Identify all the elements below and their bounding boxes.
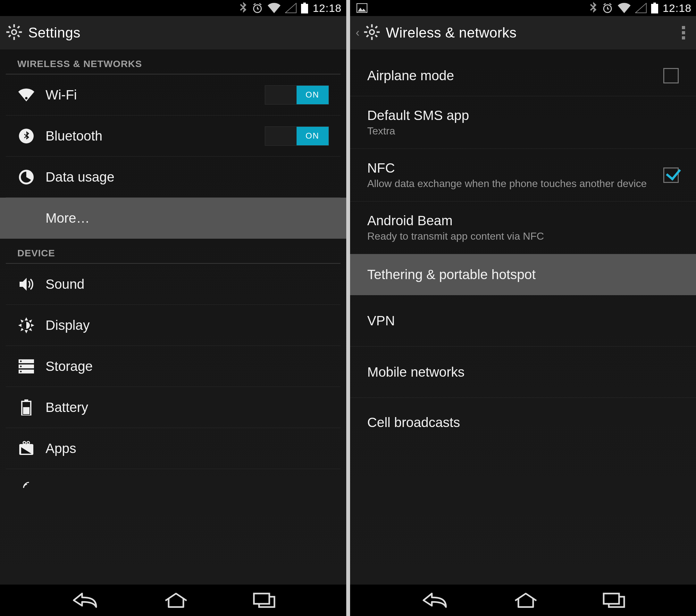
svg-marker-18 (18, 324, 21, 327)
partial-row (6, 469, 341, 494)
svg-point-3 (12, 30, 17, 35)
status-bar: 12:18 (0, 0, 346, 16)
recent-nav-button[interactable] (253, 592, 276, 608)
svg-point-28 (20, 366, 22, 367)
display-label: Display (46, 318, 90, 333)
page-title: Wireless & networks (386, 25, 517, 41)
svg-rect-8 (8, 26, 11, 29)
svg-rect-49 (366, 35, 369, 37)
unknown-icon (17, 476, 35, 494)
svg-marker-21 (29, 320, 32, 323)
storage-label: Storage (46, 359, 93, 374)
battery-label: Battery (46, 400, 88, 415)
nfc-row[interactable]: NFC Allow data exchange when the phone t… (350, 149, 696, 201)
back-nav-button[interactable] (420, 591, 449, 609)
bluetooth-icon (17, 127, 35, 145)
data-usage-label: Data usage (46, 169, 114, 185)
overflow-menu-button[interactable] (677, 19, 690, 46)
back-nav-button[interactable] (70, 591, 99, 609)
data-usage-row[interactable]: Data usage (6, 157, 341, 198)
svg-rect-5 (14, 37, 15, 40)
svg-rect-39 (651, 4, 658, 14)
svg-rect-4 (14, 25, 15, 28)
gear-icon[interactable] (364, 24, 380, 42)
svg-rect-10 (17, 26, 20, 29)
svg-rect-11 (8, 35, 11, 37)
storage-row[interactable]: Storage (6, 346, 341, 387)
sound-icon (17, 275, 35, 293)
nfc-checkbox[interactable] (663, 168, 679, 183)
back-caret-icon[interactable]: ‹ (356, 26, 360, 40)
default-sms-row[interactable]: Default SMS app Textra (350, 96, 696, 149)
wifi-status-icon (268, 3, 281, 13)
cell-broadcasts-row[interactable]: Cell broadcasts (350, 398, 696, 439)
svg-rect-45 (376, 31, 380, 33)
settings-screen: 12:18 Settings Wireless & networks Wi-Fi… (0, 0, 346, 616)
signal-status-icon (635, 3, 647, 13)
action-bar: Settings (0, 16, 346, 49)
display-row[interactable]: Display (6, 305, 341, 346)
default-sms-label: Default SMS app (367, 108, 679, 123)
android-beam-row[interactable]: Android Beam Ready to transmit app conte… (350, 201, 696, 254)
bluetooth-toggle[interactable]: ON (265, 126, 329, 146)
svg-marker-23 (29, 328, 32, 331)
nfc-description: Allow data exchange when the phone touch… (367, 178, 664, 190)
alarm-status-icon (602, 2, 613, 14)
signal-status-icon (285, 3, 297, 13)
svg-rect-50 (604, 594, 619, 604)
svg-marker-22 (20, 328, 24, 331)
svg-rect-6 (6, 31, 10, 33)
sound-label: Sound (46, 277, 84, 292)
svg-marker-16 (25, 317, 28, 321)
home-nav-button[interactable] (513, 592, 538, 608)
wifi-row[interactable]: Wi-Fi ON (6, 74, 341, 115)
svg-rect-47 (375, 35, 378, 37)
wifi-status-icon (618, 3, 631, 13)
apps-row[interactable]: Apps (6, 428, 341, 469)
svg-marker-19 (31, 324, 34, 327)
mobile-networks-row[interactable]: Mobile networks (350, 346, 696, 398)
apps-label: Apps (46, 441, 76, 456)
display-icon (17, 316, 35, 334)
alarm-status-icon (252, 2, 263, 14)
wifi-toggle[interactable]: ON (265, 85, 329, 105)
battery-status-icon (301, 3, 308, 14)
page-title: Settings (28, 25, 80, 41)
svg-rect-43 (371, 37, 373, 40)
airplane-mode-checkbox[interactable] (663, 68, 679, 83)
mobile-networks-label: Mobile networks (367, 365, 679, 380)
svg-rect-46 (366, 26, 369, 29)
battery-row[interactable]: Battery (6, 387, 341, 428)
vpn-row[interactable]: VPN (350, 295, 696, 346)
svg-marker-20 (20, 320, 24, 323)
svg-point-29 (20, 371, 22, 372)
action-bar: ‹ Wireless & networks (350, 16, 696, 49)
wifi-label: Wi-Fi (46, 87, 77, 103)
section-device: Device (6, 239, 341, 264)
recent-nav-button[interactable] (602, 592, 626, 608)
android-beam-description: Ready to transmit app content via NFC (367, 230, 679, 242)
svg-point-12 (25, 97, 28, 99)
bluetooth-status-icon (239, 2, 247, 14)
home-nav-button[interactable] (163, 592, 189, 608)
bluetooth-row[interactable]: Bluetooth ON (6, 115, 341, 157)
airplane-mode-row[interactable]: Airplane mode (350, 55, 696, 96)
wireless-list[interactable]: Airplane mode Default SMS app Textra NFC… (350, 49, 696, 585)
more-row[interactable]: More… (0, 198, 346, 239)
default-sms-value: Textra (367, 125, 679, 137)
svg-rect-31 (25, 399, 28, 401)
navigation-bar (350, 585, 696, 616)
settings-list[interactable]: Wireless & networks Wi-Fi ON Bluetooth O… (0, 49, 346, 585)
svg-rect-9 (17, 35, 20, 37)
svg-marker-17 (25, 330, 28, 333)
svg-point-35 (27, 442, 30, 444)
svg-point-27 (20, 360, 22, 362)
navigation-bar (0, 585, 346, 616)
svg-rect-7 (19, 31, 22, 33)
gear-icon (6, 24, 22, 42)
svg-point-34 (23, 442, 26, 444)
svg-rect-48 (375, 26, 378, 29)
sound-row[interactable]: Sound (6, 264, 341, 305)
tethering-row[interactable]: Tethering & portable hotspot (350, 254, 696, 295)
svg-rect-36 (254, 594, 269, 604)
